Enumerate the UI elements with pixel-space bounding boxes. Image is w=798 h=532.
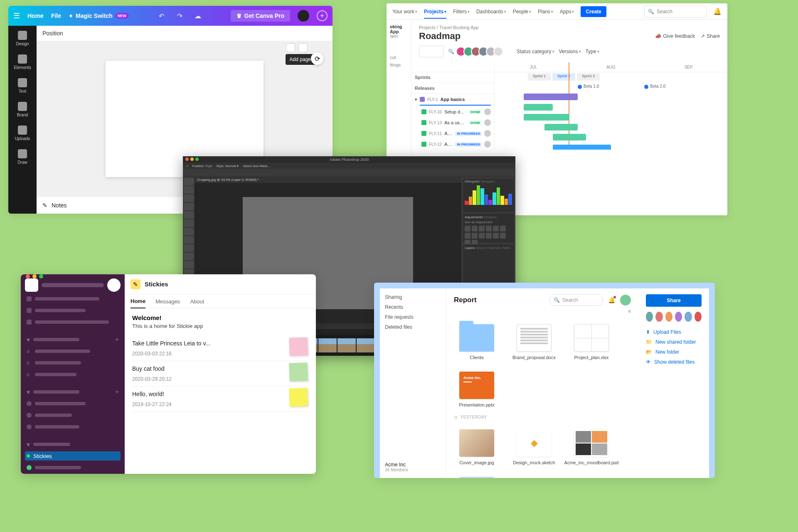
share-button[interactable]: Share: [646, 294, 702, 307]
assignee-avatar[interactable]: [484, 119, 491, 126]
epic-bar[interactable]: [524, 94, 578, 100]
epic-row[interactable]: ▾ FLY-1 App basics: [411, 94, 494, 105]
assignee-avatar[interactable]: [484, 141, 491, 148]
gradient-tool-icon[interactable]: [184, 261, 194, 268]
nav-apps[interactable]: Apps▾: [560, 9, 574, 15]
crop-tool-icon[interactable]: [184, 211, 194, 219]
tab-about[interactable]: About: [190, 298, 204, 308]
note-item[interactable]: Hello, world! 2019-10-27 22:24: [132, 387, 308, 412]
nav-filters[interactable]: Filters▾: [453, 9, 470, 15]
sprint-2[interactable]: Sprint 2: [552, 73, 575, 81]
file-item[interactable]: ◆Design_mock.sketch: [511, 429, 557, 465]
home-icon[interactable]: ⌂: [186, 164, 188, 168]
assignee-avatars[interactable]: [458, 47, 503, 57]
add-page-fab[interactable]: ⟳: [311, 52, 323, 65]
compose-button[interactable]: [107, 278, 121, 292]
channel-item[interactable]: #: [25, 358, 121, 367]
options-bar[interactable]: ⌂ Feather: 0 pxStyle: Normal ▾Select and…: [183, 163, 515, 169]
release-dot-1[interactable]: [578, 85, 582, 89]
note-item[interactable]: Take Little Princess Leia to v... 2020-0…: [132, 336, 308, 361]
dm-item[interactable]: [25, 411, 121, 420]
section-apps[interactable]: ▾: [25, 440, 121, 449]
share-plus-button[interactable]: +: [317, 10, 328, 21]
team-selector[interactable]: Acme Inc 34 Members: [385, 462, 441, 472]
tool-brand[interactable]: Brand: [8, 102, 37, 117]
issue-row[interactable]: FLY-10 Setup dev and ... DONE: [411, 106, 494, 117]
file-item[interactable]: Project_plan.xlsx: [569, 324, 614, 360]
roadmap-search[interactable]: [419, 46, 444, 57]
issue-bar-1[interactable]: [524, 104, 553, 111]
cloud-sync-icon[interactable]: ☁: [192, 12, 203, 20]
add-page-icon[interactable]: [298, 43, 308, 52]
nav-plans[interactable]: Plans▾: [538, 9, 553, 15]
app-stickies[interactable]: Stickies: [25, 451, 121, 461]
notifications-icon[interactable]: 🔔: [713, 7, 722, 15]
assignee-avatar[interactable]: [484, 130, 491, 137]
channel-item[interactable]: #: [25, 370, 121, 379]
dm-item[interactable]: [25, 422, 121, 431]
tool-elements[interactable]: Elements: [8, 54, 37, 70]
file-item[interactable]: Acme Inc.Presentation.pptx: [454, 372, 500, 407]
brush-tool-icon[interactable]: [184, 236, 194, 244]
nav-item[interactable]: [25, 318, 121, 327]
search-icon[interactable]: 🔍: [448, 49, 454, 54]
link-upload[interactable]: ⬆Upload Files: [646, 329, 702, 335]
nav-item[interactable]: [25, 306, 121, 315]
duplicate-page-icon[interactable]: [286, 43, 295, 52]
nav-dashboards[interactable]: Dashboards▾: [476, 9, 506, 15]
add-icon[interactable]: +: [115, 388, 119, 396]
nav-your-work[interactable]: Your work▾: [392, 9, 417, 15]
nav-file[interactable]: File: [51, 12, 61, 19]
notifications-icon[interactable]: 🔔: [608, 297, 615, 303]
file-item[interactable]: Rollout_map.pdf: [454, 477, 500, 478]
sprint-1[interactable]: Sprint 1: [528, 73, 551, 81]
side-sharing[interactable]: Sharing: [385, 294, 441, 300]
adjustments-panel[interactable]: Adjustments Libraries Add an adjustment: [463, 214, 514, 243]
marquee-tool-icon[interactable]: [184, 186, 194, 194]
search-input[interactable]: 🔍Search: [644, 6, 707, 17]
sprint-3[interactable]: Sprint 3: [577, 73, 600, 81]
file-item[interactable]: Clients: [454, 324, 500, 360]
magic-switch[interactable]: ✦ Magic Switch NEW: [69, 12, 129, 19]
tool-design[interactable]: Design: [8, 31, 37, 46]
breadcrumb-app[interactable]: Travel Booking App: [439, 25, 479, 30]
eyedropper-tool-icon[interactable]: [184, 219, 194, 227]
issue-bar-4[interactable]: [553, 134, 586, 140]
note-item[interactable]: Buy cat food 2020-03-29 20:12: [132, 361, 308, 387]
tab-messages[interactable]: Messages: [155, 298, 180, 308]
release-dot-2[interactable]: [644, 85, 648, 89]
nav-item[interactable]: [25, 294, 121, 303]
link-shared-folder[interactable]: 📁New shared folder: [646, 339, 702, 345]
file-item[interactable]: Cover_image.jpg: [454, 429, 500, 465]
tool-text[interactable]: Text: [8, 78, 37, 94]
dm-item[interactable]: [25, 399, 121, 408]
file-item[interactable]: Acme_inc_moodboard.psd: [569, 429, 614, 465]
position-bar[interactable]: Position: [37, 26, 332, 41]
issue-row[interactable]: FLY-11 As a user... IN PROGRESS: [411, 128, 494, 139]
tab-home[interactable]: Home: [131, 298, 145, 308]
workspace-icon[interactable]: [25, 278, 38, 292]
bar-blue-1[interactable]: [553, 145, 611, 150]
assignee-avatar[interactable]: [484, 108, 491, 115]
undo-icon[interactable]: ↶: [156, 12, 167, 20]
filter-status[interactable]: Status category ▾: [517, 49, 554, 54]
redo-icon[interactable]: ↷: [174, 12, 185, 20]
channel-item[interactable]: #: [25, 347, 121, 356]
heal-tool-icon[interactable]: [184, 228, 194, 235]
tool-uploads[interactable]: Uploads: [8, 126, 37, 141]
side-deleted[interactable]: Deleted files: [385, 324, 441, 330]
get-pro-button[interactable]: ♛ Get Canva Pro: [231, 10, 290, 22]
stamp-tool-icon[interactable]: [184, 244, 194, 252]
issue-row[interactable]: FLY-12 As a use... IN PROGRESS: [411, 139, 494, 150]
view-toggle[interactable]: ≡: [454, 308, 631, 314]
nav-people[interactable]: People▾: [513, 9, 531, 15]
document-tab[interactable]: Cropping.jpg @ 33.3% (Layer 0, RGB/8) *: [195, 177, 461, 183]
wand-tool-icon[interactable]: [184, 203, 194, 210]
issue-bar-2[interactable]: [524, 114, 569, 121]
side-requests[interactable]: File requests: [385, 314, 441, 320]
profile-avatar[interactable]: [620, 295, 631, 305]
move-tool-icon[interactable]: [184, 178, 194, 185]
member-avatars[interactable]: [646, 312, 702, 322]
share-button[interactable]: ↗Share: [701, 33, 720, 39]
section-header[interactable]: ▾+: [25, 335, 121, 344]
